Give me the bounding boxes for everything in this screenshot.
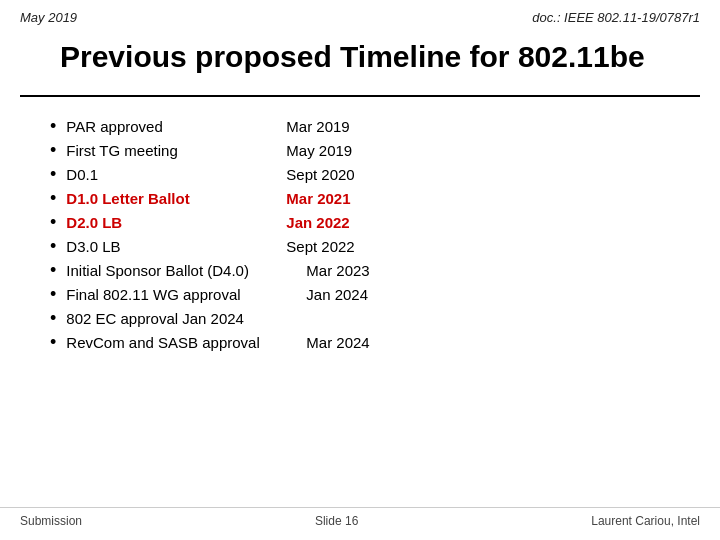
list-item: •RevCom and SASB approvalMar 2024 xyxy=(50,333,670,351)
content-area: •PAR approvedMar 2019•First TG meetingMa… xyxy=(0,107,720,367)
slide-header: May 2019 doc.: IEEE 802.11-19/0787r1 xyxy=(0,0,720,29)
list-item: •D0.1Sept 2020 xyxy=(50,165,670,183)
bullet-icon: • xyxy=(50,213,56,231)
item-label: D1.0 Letter Ballot xyxy=(66,190,286,207)
list-item: •D3.0 LBSept 2022 xyxy=(50,237,670,255)
header-left: May 2019 xyxy=(20,10,77,25)
item-label: RevCom and SASB approval xyxy=(66,334,286,351)
bullet-icon: • xyxy=(50,333,56,351)
item-date2: Mar 2023 xyxy=(306,262,369,279)
bullet-icon: • xyxy=(50,117,56,135)
item-label: PAR approved xyxy=(66,118,286,135)
item-date: Sept 2022 xyxy=(286,238,354,255)
list-item: •PAR approvedMar 2019 xyxy=(50,117,670,135)
bullet-icon: • xyxy=(50,309,56,327)
item-label: D2.0 LB xyxy=(66,214,286,231)
item-label: First TG meeting xyxy=(66,142,286,159)
item-date: Sept 2020 xyxy=(286,166,354,183)
title-area: Previous proposed Timeline for 802.11be xyxy=(20,29,700,97)
item-label: Initial Sponsor Ballot (D4.0) xyxy=(66,262,286,279)
bullet-icon: • xyxy=(50,261,56,279)
footer-left: Submission xyxy=(20,514,82,528)
item-date: Mar 2019 xyxy=(286,118,349,135)
item-label: 802 EC approval Jan 2024 xyxy=(66,310,286,327)
item-label: D0.1 xyxy=(66,166,286,183)
item-date2: Mar 2024 xyxy=(306,334,369,351)
bullet-icon: • xyxy=(50,237,56,255)
slide: May 2019 doc.: IEEE 802.11-19/0787r1 Pre… xyxy=(0,0,720,540)
item-date: Jan 2022 xyxy=(286,214,349,231)
list-item: •Final 802.11 WG approvalJan 2024 xyxy=(50,285,670,303)
bullet-icon: • xyxy=(50,285,56,303)
bullet-icon: • xyxy=(50,165,56,183)
item-label: D3.0 LB xyxy=(66,238,286,255)
bullet-list: •PAR approvedMar 2019•First TG meetingMa… xyxy=(50,117,670,351)
list-item: •D2.0 LBJan 2022 xyxy=(50,213,670,231)
bullet-icon: • xyxy=(50,141,56,159)
slide-title: Previous proposed Timeline for 802.11be xyxy=(60,39,660,75)
item-date2: Jan 2024 xyxy=(306,286,368,303)
list-item: •First TG meetingMay 2019 xyxy=(50,141,670,159)
slide-footer: Submission Slide 16 Laurent Cariou, Inte… xyxy=(0,507,720,528)
list-item: •Initial Sponsor Ballot (D4.0)Mar 2023 xyxy=(50,261,670,279)
header-right: doc.: IEEE 802.11-19/0787r1 xyxy=(532,10,700,25)
footer-center: Slide 16 xyxy=(315,514,358,528)
footer-right: Laurent Cariou, Intel xyxy=(591,514,700,528)
bullet-icon: • xyxy=(50,189,56,207)
item-label: Final 802.11 WG approval xyxy=(66,286,286,303)
item-date: May 2019 xyxy=(286,142,352,159)
item-date: Mar 2021 xyxy=(286,190,350,207)
list-item: •D1.0 Letter BallotMar 2021 xyxy=(50,189,670,207)
list-item: •802 EC approval Jan 2024 xyxy=(50,309,670,327)
